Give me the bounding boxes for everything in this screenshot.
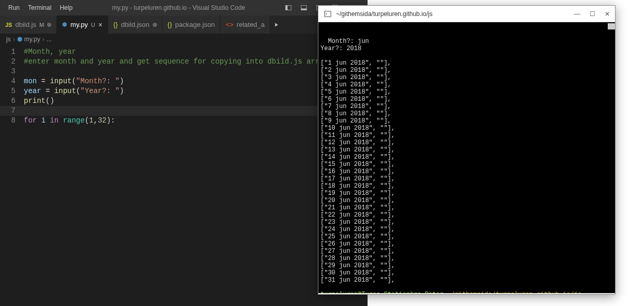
modified-dot-icon: [47, 23, 51, 27]
menubar: Run Terminal Help my.py - turpeluren.git…: [0, 0, 368, 16]
line-number: 2: [0, 57, 24, 67]
code-line[interactable]: 4mon = input("Month?: "): [0, 76, 368, 86]
code-line[interactable]: 1#Month, year: [0, 47, 368, 57]
line-number: 4: [0, 76, 24, 86]
json-icon: {}: [168, 21, 172, 28]
editor-tab[interactable]: <>related_a: [221, 16, 270, 34]
scrollbar-thumb[interactable]: [608, 23, 615, 29]
breadcrumb-segment[interactable]: my.py: [24, 36, 40, 43]
line-number: 5: [0, 86, 24, 96]
maximize-icon[interactable]: ☐: [590, 10, 595, 18]
line-number: 3: [0, 67, 24, 76]
terminal-title: ~/githemsida/turpeluren.github.io/js: [336, 10, 574, 18]
chevron-right-icon: ›: [42, 36, 45, 43]
python-icon: ⬢: [62, 21, 67, 28]
close-icon[interactable]: ×: [98, 21, 103, 28]
line-number: 7: [0, 106, 24, 116]
editor-tab[interactable]: ⬢my.pyU×: [57, 16, 108, 34]
editor-tab[interactable]: JSdbild.jsM: [0, 16, 57, 34]
prompt-path: ~/githemsida/turpeluren.github.io/js: [447, 291, 581, 293]
editor-tab[interactable]: {}package.json: [163, 16, 221, 34]
code-line[interactable]: 7: [0, 106, 368, 116]
html-icon: <>: [226, 21, 233, 28]
code-line[interactable]: 2#enter month and year and get sequence …: [0, 57, 368, 67]
line-number: 1: [0, 47, 24, 57]
tab-badge: M: [39, 22, 44, 28]
tab-label: package.json: [175, 21, 215, 28]
tab-label: dbild.json: [121, 21, 150, 28]
menu-run[interactable]: Run: [4, 4, 24, 11]
breadcrumb[interactable]: js › ⬢ my.py › ...: [0, 34, 368, 45]
terminal-titlebar[interactable]: ~/githemsida/turpeluren.github.io/js — ☐…: [318, 6, 615, 22]
modified-dot-icon: [153, 23, 157, 27]
vscode-window: Run Terminal Help my.py - turpeluren.git…: [0, 0, 368, 306]
code-line[interactable]: 8for i in range(1,32):: [0, 116, 368, 126]
javascript-icon: JS: [5, 22, 12, 28]
tab-badge: U: [91, 22, 95, 28]
line-number: 6: [0, 96, 24, 106]
code-line[interactable]: 5year = input("Year?: "): [0, 86, 368, 96]
tab-label: dbild.js: [15, 21, 36, 28]
tab-label: related_a: [237, 21, 265, 28]
breadcrumb-segment[interactable]: js: [6, 36, 11, 43]
tab-overflow[interactable]: [270, 16, 284, 34]
line-number: 8: [0, 116, 24, 126]
breadcrumb-segment[interactable]: ...: [47, 36, 52, 43]
tab-bar: JSdbild.jsM⬢my.pyU×{}dbild.json{}package…: [0, 16, 368, 34]
python-icon: ⬢: [17, 36, 22, 43]
menu-terminal[interactable]: Terminal: [24, 4, 55, 11]
prompt-user: turpeluren@Tures-Stationära-Dator: [320, 291, 444, 293]
svg-rect-3: [301, 9, 307, 10]
svg-rect-10: [325, 11, 331, 17]
code-editor[interactable]: 1#Month, year2#enter month and year and …: [0, 45, 368, 128]
terminal-icon: [324, 10, 332, 18]
window-title: my.py - turpeluren.github.io - Visual St…: [77, 4, 281, 11]
layout-toggle-2-icon[interactable]: [296, 3, 312, 13]
editor-tab[interactable]: {}dbild.json: [108, 16, 163, 34]
minimize-icon[interactable]: —: [574, 10, 580, 18]
close-icon[interactable]: ✕: [605, 10, 610, 18]
layout-toggle-1-icon[interactable]: [281, 3, 296, 13]
json-icon: {}: [113, 21, 118, 28]
terminal-window: ~/githemsida/turpeluren.github.io/js — ☐…: [318, 5, 616, 295]
terminal-output[interactable]: Month?: jun Year?: 2018 ["1 jun 2018", "…: [318, 22, 615, 293]
code-line[interactable]: 3: [0, 67, 368, 76]
tab-label: my.py: [70, 21, 88, 28]
svg-rect-1: [286, 6, 288, 10]
code-line[interactable]: 6print(): [0, 96, 368, 106]
menu-help[interactable]: Help: [55, 4, 77, 11]
chevron-right-icon: ›: [13, 36, 15, 43]
